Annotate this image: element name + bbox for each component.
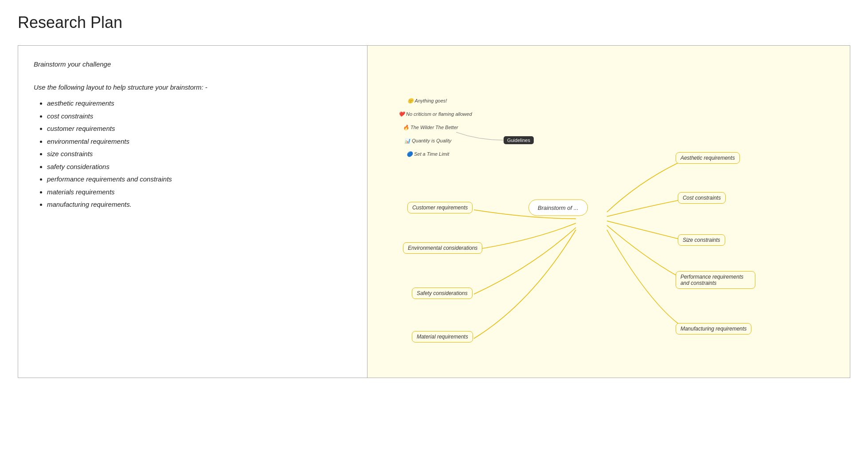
node-safety: Safety considerations [412, 288, 473, 299]
node-size: Size constraints [678, 234, 725, 246]
guideline-1: 🙂 Anything goes! [407, 98, 447, 104]
guideline-3: 🔥 The Wilder The Better [403, 125, 458, 130]
node-customer: Customer requirements [407, 202, 473, 213]
list-item: manufacturing requirements. [47, 198, 352, 211]
node-environmental: Environmental considerations [403, 242, 482, 254]
center-node: Brainstorm of ... [528, 200, 588, 216]
list-item: materials requirements [47, 186, 352, 199]
node-performance: Performance requirements and constraints [676, 271, 755, 289]
list-item: environmental requirements [47, 135, 352, 148]
right-panel: Brainstorm of ... Guidelines 🙂 Anything … [368, 46, 850, 378]
intro-line2: Use the following layout to help structu… [34, 82, 352, 93]
list-item: size constraints [47, 148, 352, 161]
list-item: customer requirements [47, 122, 352, 135]
list-item: aesthetic requirements [47, 97, 352, 110]
list-item: performance requirements and constraints [47, 173, 352, 186]
node-manufacturing: Manufacturing requirements [676, 323, 751, 335]
intro-line1: Brainstorm your challenge [34, 59, 352, 70]
main-container: Brainstorm your challenge Use the follow… [18, 45, 850, 378]
page-title: Research Plan [18, 13, 850, 32]
requirements-list: aesthetic requirementscost constraintscu… [34, 97, 352, 211]
list-item: safety considerations [47, 161, 352, 173]
node-material: Material requirements [412, 331, 473, 343]
guideline-4: 📊 Quantity is Quality [404, 138, 451, 144]
node-aesthetic: Aesthetic requirements [676, 152, 740, 164]
guidelines-label: Guidelines [504, 136, 534, 144]
left-panel: Brainstorm your challenge Use the follow… [18, 46, 368, 378]
guideline-5: 🔵 Set a Time Limit [407, 151, 449, 157]
guideline-2: ❤️ No criticism or flaming allowed [399, 111, 472, 117]
list-item: cost constraints [47, 110, 352, 123]
node-cost: Cost constraints [678, 192, 726, 204]
